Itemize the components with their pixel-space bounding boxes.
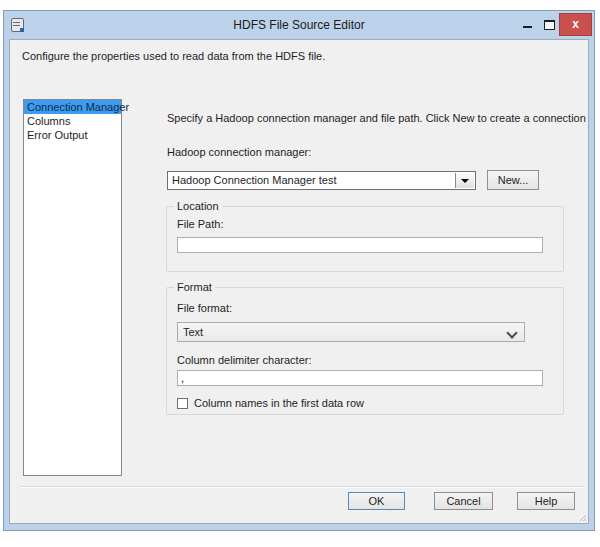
location-group-title: Location	[174, 200, 222, 212]
ok-button[interactable]: OK	[348, 492, 405, 510]
delimiter-input[interactable]	[177, 370, 543, 386]
titlebar[interactable]: HDFS File Source Editor x	[4, 11, 594, 39]
file-path-input[interactable]	[177, 237, 543, 253]
file-format-value: Text	[183, 323, 203, 341]
first-row-checkbox-label: Column names in the first data row	[194, 397, 364, 409]
window-title: HDFS File Source Editor	[4, 11, 594, 39]
maximize-icon[interactable]	[544, 20, 555, 30]
location-group: Location File Path:	[166, 206, 564, 272]
cancel-button[interactable]: Cancel	[434, 492, 493, 510]
file-format-label: File format:	[177, 302, 232, 314]
connection-manager-value: Hadoop Connection Manager test	[172, 172, 337, 189]
list-item-columns[interactable]: Columns	[24, 114, 121, 128]
help-button[interactable]: Help	[517, 492, 575, 510]
minimize-icon[interactable]	[523, 26, 532, 28]
format-group: Format File format: Text Column delimite…	[166, 287, 564, 415]
connection-manager-combobox[interactable]: Hadoop Connection Manager test	[167, 171, 476, 190]
first-row-checkbox[interactable]	[177, 398, 188, 409]
dialog-window: HDFS File Source Editor x Configure the …	[3, 10, 595, 531]
delimiter-label: Column delimiter character:	[177, 354, 312, 366]
dropdown-arrow-icon[interactable]	[455, 173, 474, 188]
file-path-label: File Path:	[177, 218, 223, 230]
connection-manager-label: Hadoop connection manager:	[167, 146, 311, 158]
list-item-connection-manager[interactable]: Connection Manager	[24, 100, 121, 114]
file-format-select[interactable]: Text	[177, 322, 525, 342]
footer-separator	[19, 486, 585, 488]
dialog-body: Configure the properties used to read da…	[9, 39, 589, 524]
chevron-down-icon	[506, 327, 517, 338]
list-item-error-output[interactable]: Error Output	[24, 128, 121, 142]
new-connection-button[interactable]: New...	[487, 170, 539, 190]
resize-grip-icon[interactable]	[577, 512, 586, 521]
page-instructions: Specify a Hadoop connection manager and …	[167, 112, 589, 124]
close-icon[interactable]: x	[559, 13, 592, 36]
format-group-title: Format	[174, 281, 215, 293]
pages-list[interactable]: Connection Manager Columns Error Output	[23, 99, 122, 476]
dialog-description: Configure the properties used to read da…	[22, 50, 325, 62]
